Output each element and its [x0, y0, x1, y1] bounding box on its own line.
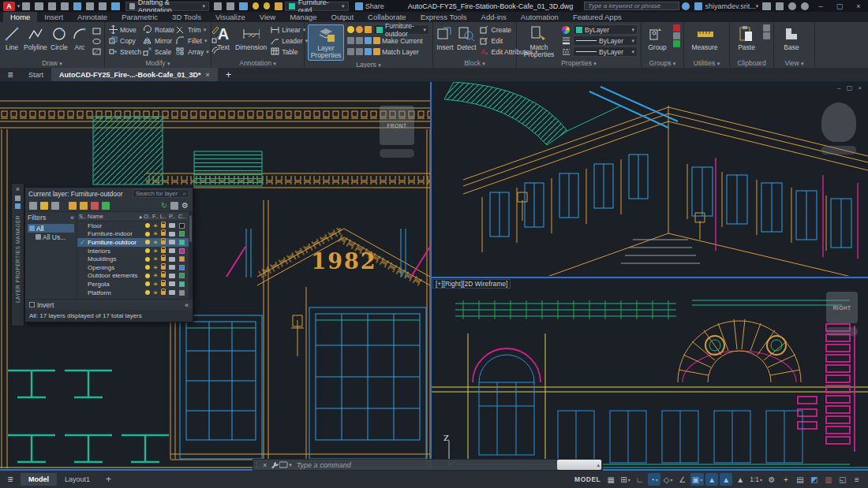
palette-close-icon[interactable]: ×	[16, 185, 20, 193]
ellipse-tool-icon[interactable]	[92, 36, 101, 46]
trim-button[interactable]: Trim▾	[176, 24, 209, 35]
layer-unlock-icon[interactable]	[161, 266, 166, 270]
paste-button[interactable]: Paste	[733, 24, 760, 51]
layer-plot-icon[interactable]	[169, 257, 175, 262]
rotate-button[interactable]: Rotate	[143, 24, 174, 35]
arc-button[interactable]: Arc	[71, 24, 88, 51]
viewcube-right[interactable]: RIGHT	[826, 292, 858, 336]
layer-freeze-sun-icon[interactable]: ☀	[153, 256, 158, 262]
file-tab-menu-icon[interactable]: ≡	[0, 68, 21, 81]
new-group-filter-icon[interactable]	[40, 202, 48, 210]
layer-plot-icon[interactable]	[169, 232, 175, 237]
set-current-layer-icon[interactable]	[102, 202, 110, 210]
layer-color-swatch[interactable]	[179, 290, 185, 296]
settings-gear-icon[interactable]: ⚙	[181, 201, 189, 210]
layer-walk-icon[interactable]	[365, 48, 372, 55]
palette-title-strip[interactable]: × LAYER PROPERTIES MANAGER	[11, 183, 24, 326]
line-button[interactable]: Line	[3, 24, 21, 51]
layout1-tab[interactable]: Layout1	[57, 473, 98, 486]
blocks-palette-icon[interactable]	[239, 2, 247, 10]
new-property-filter-icon[interactable]	[29, 202, 37, 210]
palette-properties-icon[interactable]	[15, 203, 21, 209]
array-button[interactable]: Array▾	[176, 47, 209, 57]
save-as-icon[interactable]	[61, 2, 69, 10]
viewport-3d-isometric[interactable]	[432, 82, 868, 276]
layer-on-bulb-icon[interactable]	[145, 281, 150, 286]
base-button[interactable]: Base	[777, 24, 806, 51]
command-input[interactable]: Type a command	[292, 461, 557, 469]
annotation-visibility-icon[interactable]: ▲	[705, 473, 718, 486]
viewcube-isometric[interactable]	[821, 102, 856, 155]
circle-button[interactable]: Circle	[51, 24, 68, 51]
signed-in-user[interactable]: shiyamdev.srit...	[705, 2, 755, 10]
navigation-bar[interactable]	[380, 149, 414, 158]
layer-color-swatch[interactable]	[179, 223, 185, 229]
stretch-button[interactable]: Stretch	[108, 47, 141, 57]
tab-express-tools[interactable]: Express Tools	[413, 12, 474, 22]
layer-on-bulb-icon[interactable]	[145, 290, 150, 295]
cut-icon[interactable]	[763, 24, 770, 32]
layer-plot-icon[interactable]	[169, 248, 175, 253]
panel-label-properties[interactable]: Properties ▾	[517, 59, 641, 68]
layer-on-bulb-icon[interactable]	[347, 26, 354, 33]
layer-unisolate-icon[interactable]	[356, 48, 363, 55]
new-file-icon[interactable]	[22, 2, 30, 10]
toggle-override-highlight-icon[interactable]	[170, 202, 178, 210]
new-layout-button[interactable]: +	[98, 471, 119, 487]
quick-layer-select[interactable]: Furniture-outd ▾	[285, 2, 348, 11]
layer-color-swatch[interactable]	[179, 248, 185, 254]
group-select-icon[interactable]	[673, 40, 680, 47]
layer-isolate-icon[interactable]	[347, 48, 354, 55]
command-bar-end-grip[interactable]: ▴	[557, 460, 601, 470]
customize-wrench-icon[interactable]	[270, 460, 279, 470]
collapse-filters-icon[interactable]: «	[70, 214, 74, 222]
layer-color-swatch[interactable]	[179, 265, 185, 270]
layer-freeze-icon[interactable]	[356, 37, 363, 44]
drawing-area[interactable]: 1982	[0, 82, 868, 471]
command-line[interactable]: ⋮ × ▾ Type a command ▴	[253, 459, 603, 471]
open-file-icon[interactable]	[35, 2, 43, 10]
tab-annotate[interactable]: Annotate	[70, 12, 114, 22]
print-icon[interactable]	[111, 2, 119, 10]
layer-plot-icon[interactable]	[169, 281, 175, 286]
save-icon[interactable]	[48, 2, 56, 10]
redo-icon[interactable]	[99, 2, 107, 10]
layer-freeze-sun-icon[interactable]: ☀	[153, 231, 158, 237]
layer-on-bulb-icon[interactable]	[145, 232, 150, 237]
layer-freeze-sun-icon[interactable]: ☀	[153, 248, 158, 254]
layer-freeze-sun-icon[interactable]	[356, 26, 363, 33]
dimension-button[interactable]: Dimension	[235, 24, 267, 51]
tab-output[interactable]: Output	[324, 12, 361, 22]
layer-row-platform[interactable]: Platform ☀	[77, 289, 189, 297]
panel-label-block[interactable]: Block ▾	[433, 59, 516, 68]
grid-display-icon[interactable]: ▦	[604, 473, 617, 486]
graphics-performance-icon[interactable]: ▥	[822, 473, 835, 486]
layer-row-outdoor-elements[interactable]: Outdoor elements ☀	[77, 272, 189, 281]
layer-search-input[interactable]: Search for layer ⌕	[133, 189, 189, 198]
share-button[interactable]: Share	[365, 2, 384, 10]
layer-unlock-icon[interactable]	[161, 282, 166, 286]
viewport-divider-horizontal[interactable]	[432, 277, 868, 278]
annotation-scale-button[interactable]: 1:1▾	[748, 473, 764, 486]
layer-freeze-sun-icon[interactable]: ☀	[153, 273, 158, 278]
layer-unlock-icon[interactable]	[161, 232, 166, 236]
stay-connected-icon[interactable]	[801, 2, 809, 10]
viewcube-front[interactable]: FRONT	[380, 106, 414, 158]
drawing-tab[interactable]: AutoCAD-FY25_Fire-...-Book-Cafe_01_3D* ×	[51, 68, 218, 81]
palette-autohide-pin-icon[interactable]	[15, 196, 21, 201]
plot-icon[interactable]	[73, 2, 81, 10]
layer-off-icon[interactable]	[347, 37, 354, 44]
layer-select[interactable]: Furniture-outdoor ▾	[373, 24, 429, 35]
command-close-icon[interactable]: ×	[260, 461, 270, 469]
start-tab[interactable]: Start	[21, 68, 51, 81]
insert-button[interactable]: Insert	[436, 24, 454, 51]
layer-on-bulb-icon[interactable]	[145, 257, 150, 262]
clean-screen-icon[interactable]: ◱	[836, 473, 849, 486]
model-tab[interactable]: Model	[21, 473, 57, 486]
minimize-button[interactable]: –	[811, 0, 830, 12]
object-snap-tracking-icon[interactable]: ∠	[676, 473, 689, 486]
annotation-autoscale-icon[interactable]: ▲	[720, 473, 732, 486]
match-properties-button[interactable]: Match Properties	[520, 24, 558, 59]
layer-freeze-sun-icon[interactable]: ☀	[153, 281, 158, 287]
layer-plot-icon[interactable]	[169, 240, 175, 244]
